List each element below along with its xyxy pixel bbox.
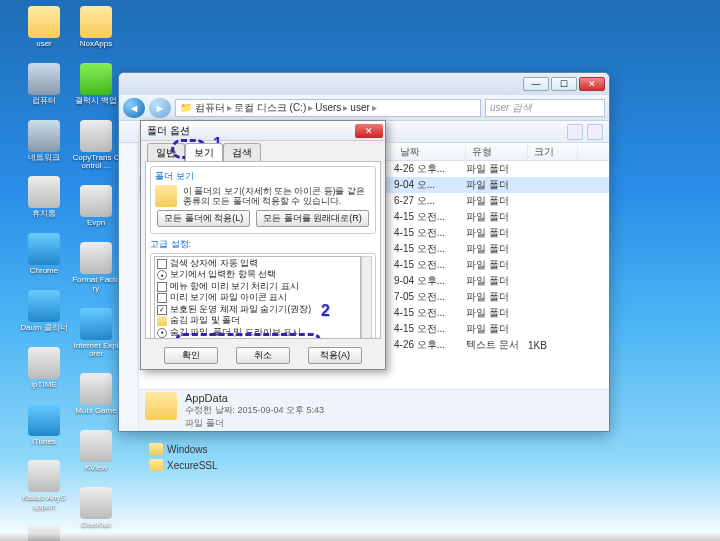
desktop-icon-recycle[interactable]: 휴지통: [20, 176, 68, 219]
tab-0[interactable]: 일반: [147, 143, 185, 161]
chevron-right-icon: ▸: [372, 102, 377, 113]
desktop-icon-chrome[interactable]: Chrome: [20, 233, 68, 276]
forward-button[interactable]: ►: [149, 98, 171, 118]
desktop-icon-kakao[interactable]: Kakao AnySupport: [20, 460, 68, 512]
details-type: 파일 폴더: [185, 417, 324, 430]
folder-icon: [149, 459, 163, 471]
desktop-icon-iptime[interactable]: ipTIME: [20, 347, 68, 390]
breadcrumb[interactable]: 📁컴퓨터▸로컬 디스크 (C:)▸Users▸user▸: [175, 99, 481, 117]
checkbox[interactable]: [157, 305, 167, 315]
icon-label: 휴지통: [32, 210, 56, 219]
option-label: 숨김 파일 및 폴더: [170, 315, 240, 326]
app-icon: [28, 120, 60, 152]
dialog-close-button[interactable]: ✕: [355, 124, 383, 138]
desktop-icon-format[interactable]: Format Factory: [72, 242, 120, 294]
desktop-icon-itunes[interactable]: iTunes: [20, 404, 68, 447]
icon-label: user: [36, 40, 52, 49]
taskbar[interactable]: [0, 532, 720, 541]
folder-label: Windows: [167, 444, 208, 455]
desktop-icon-user[interactable]: user: [20, 6, 68, 49]
reset-folders-button[interactable]: 모든 폴더를 원래대로(R): [256, 210, 369, 227]
breadcrumb-part[interactable]: 컴퓨터: [195, 101, 225, 115]
radio-button[interactable]: [157, 328, 167, 338]
app-icon: [80, 373, 112, 405]
advanced-option[interactable]: 보기에서 입력한 항목 선택: [157, 269, 358, 280]
desktop-icon-computer[interactable]: 컴퓨터: [20, 63, 68, 106]
desktop-icon-ie[interactable]: Internet Explorer: [72, 308, 120, 360]
folder-icon: [155, 185, 177, 207]
desktop-icon-galaxy[interactable]: 갤럭시 백업: [72, 63, 120, 106]
app-icon: [80, 242, 112, 274]
cancel-button[interactable]: 취소: [236, 347, 290, 364]
tab-1[interactable]: 보기: [185, 143, 223, 161]
desktop-icon-onekiwi[interactable]: OneKiwi: [72, 487, 120, 530]
sidebar-folder[interactable]: Windows: [149, 443, 208, 455]
app-icon: [80, 430, 112, 462]
desktop-icon-noxapps[interactable]: NoxApps: [72, 6, 120, 49]
col-size[interactable]: 크기: [528, 145, 578, 159]
desktop-icon-network[interactable]: 네트워크: [20, 120, 68, 163]
search-input[interactable]: user 검색: [485, 99, 605, 117]
advanced-option[interactable]: 숨김 파일, 폴더 및 드라이브 표시: [157, 327, 358, 338]
option-label: 보기에서 입력한 항목 선택: [170, 269, 276, 280]
app-icon: [80, 185, 112, 217]
annotation-number-2: 2: [321, 302, 330, 320]
folder-view-label: 폴더 보기: [155, 170, 371, 183]
apply-all-folders-button[interactable]: 모든 폴더에 적용(L): [157, 210, 250, 227]
icon-label: Format Factory: [72, 276, 120, 294]
desktop-icon-daum[interactable]: Daum 클리너: [20, 290, 68, 333]
radio-button[interactable]: [157, 270, 167, 280]
chevron-right-icon: ▸: [343, 102, 348, 113]
desktop-icon-copytrans[interactable]: CopyTrans Control ...: [72, 120, 120, 172]
maximize-button[interactable]: ☐: [551, 77, 577, 91]
option-label: 숨김 파일, 폴더 및 드라이브 표시: [170, 327, 301, 338]
col-date[interactable]: 날짜: [394, 145, 466, 159]
option-label: 보호된 운영 체제 파일 숨기기(권장): [170, 304, 311, 315]
app-icon: [28, 404, 60, 436]
option-label: 검색 상자에 자동 입력: [170, 258, 258, 269]
app-icon: [28, 233, 60, 265]
breadcrumb-part[interactable]: Users: [315, 102, 341, 113]
icon-label: 네트워크: [28, 154, 60, 163]
breadcrumb-part[interactable]: 로컬 디스크 (C:): [234, 101, 306, 115]
app-icon: [28, 460, 60, 492]
icon-label: Chrome: [30, 267, 58, 276]
view-icon[interactable]: [567, 124, 583, 140]
folder-icon: [157, 316, 167, 326]
app-icon: [80, 63, 112, 95]
close-button[interactable]: ✕: [579, 77, 605, 91]
option-label: 미리 보기에 파일 아이콘 표시: [170, 292, 287, 303]
option-label: 메뉴 항에 미리 보기 처리기 표시: [170, 281, 299, 292]
checkbox[interactable]: [157, 293, 167, 303]
app-icon: [80, 6, 112, 38]
advanced-option[interactable]: 검색 상자에 자동 입력: [157, 258, 358, 269]
sidebar-folder[interactable]: XecureSSL: [149, 459, 218, 471]
breadcrumb-part[interactable]: user: [350, 102, 369, 113]
ok-button[interactable]: 확인: [164, 347, 218, 364]
minimize-button[interactable]: —: [523, 77, 549, 91]
folder-label: XecureSSL: [167, 460, 218, 471]
advanced-option[interactable]: 숨김 파일, 폴더 또는 드라이브 표시하지 않음: [157, 338, 358, 339]
icon-label: Daum 클리너: [20, 324, 68, 333]
desktop-icon-mobi[interactable]: Mobi Game: [72, 373, 120, 416]
dialog-title: 폴더 옵션: [147, 124, 190, 138]
checkbox[interactable]: [157, 259, 167, 269]
tab-2[interactable]: 검색: [223, 143, 261, 161]
apply-button[interactable]: 적용(A): [308, 347, 362, 364]
desktop-icon-kview[interactable]: KView: [72, 430, 120, 473]
icon-label: Mobi Game: [75, 407, 116, 416]
details-meta: 수정한 날짜: 2015-09-04 오후 5:43: [185, 405, 324, 415]
col-type[interactable]: 유형: [466, 145, 528, 159]
back-button[interactable]: ◄: [123, 98, 145, 118]
scrollbar[interactable]: [361, 256, 372, 339]
advanced-list[interactable]: 검색 상자에 자동 입력보기에서 입력한 항목 선택메뉴 항에 미리 보기 처리…: [154, 256, 361, 339]
help-icon[interactable]: [587, 124, 603, 140]
desktop-icon-evpn[interactable]: Evpn: [72, 185, 120, 228]
app-icon: [80, 308, 112, 340]
advanced-option[interactable]: 메뉴 항에 미리 보기 처리기 표시: [157, 281, 358, 292]
dialog-buttons: 확인 취소 적용(A): [141, 347, 385, 364]
explorer-titlebar: — ☐ ✕: [119, 73, 609, 95]
dialog-tabs: 일반보기검색 1: [141, 141, 385, 161]
checkbox[interactable]: [157, 282, 167, 292]
folder-icon: [145, 392, 177, 420]
